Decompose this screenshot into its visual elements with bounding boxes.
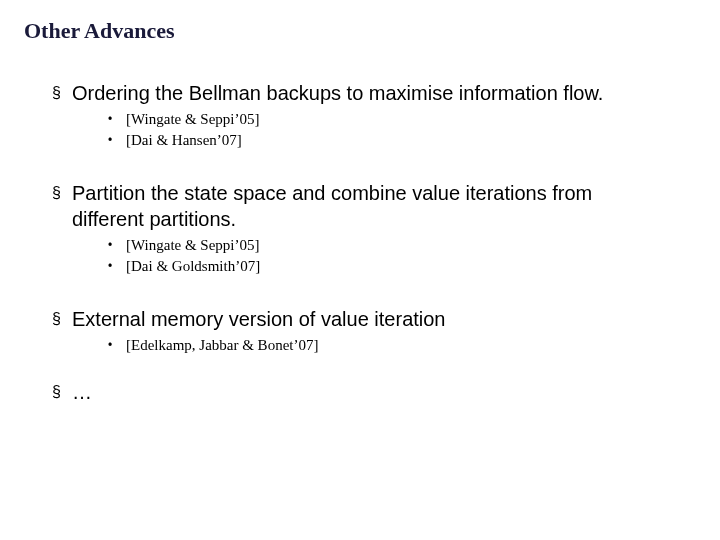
bullet-text: … <box>72 379 93 405</box>
square-bullet-icon: § <box>52 80 72 106</box>
reference-list: • [Wingate & Seppi’05] • [Dai & Hansen’0… <box>24 110 696 150</box>
bullet-text: Partition the state space and combine va… <box>72 180 652 232</box>
reference-text: [Edelkamp, Jabbar & Bonet’07] <box>126 336 318 355</box>
dot-bullet-icon: • <box>108 236 126 255</box>
slide: Other Advances § Ordering the Bellman ba… <box>0 0 720 540</box>
slide-title: Other Advances <box>24 18 696 44</box>
reference-text: [Dai & Hansen’07] <box>126 131 242 150</box>
square-bullet-icon: § <box>52 379 72 405</box>
reference-item: • [Dai & Hansen’07] <box>108 131 696 150</box>
reference-item: • [Edelkamp, Jabbar & Bonet’07] <box>108 336 696 355</box>
bullet-text: External memory version of value iterati… <box>72 306 446 332</box>
square-bullet-icon: § <box>52 180 72 206</box>
dot-bullet-icon: • <box>108 110 126 129</box>
reference-text: [Wingate & Seppi’05] <box>126 110 260 129</box>
bullet-item: § Ordering the Bellman backups to maximi… <box>24 80 696 106</box>
reference-text: [Dai & Goldsmith’07] <box>126 257 260 276</box>
bullet-item: § Partition the state space and combine … <box>24 180 696 232</box>
bullet-text: Ordering the Bellman backups to maximise… <box>72 80 603 106</box>
bullet-item: § External memory version of value itera… <box>24 306 696 332</box>
reference-item: • [Wingate & Seppi’05] <box>108 110 696 129</box>
reference-item: • [Wingate & Seppi’05] <box>108 236 696 255</box>
dot-bullet-icon: • <box>108 336 126 355</box>
square-bullet-icon: § <box>52 306 72 332</box>
reference-text: [Wingate & Seppi’05] <box>126 236 260 255</box>
dot-bullet-icon: • <box>108 131 126 150</box>
reference-list: • [Edelkamp, Jabbar & Bonet’07] <box>24 336 696 355</box>
dot-bullet-icon: • <box>108 257 126 276</box>
reference-list: • [Wingate & Seppi’05] • [Dai & Goldsmit… <box>24 236 696 276</box>
reference-item: • [Dai & Goldsmith’07] <box>108 257 696 276</box>
bullet-item: § … <box>24 379 696 405</box>
